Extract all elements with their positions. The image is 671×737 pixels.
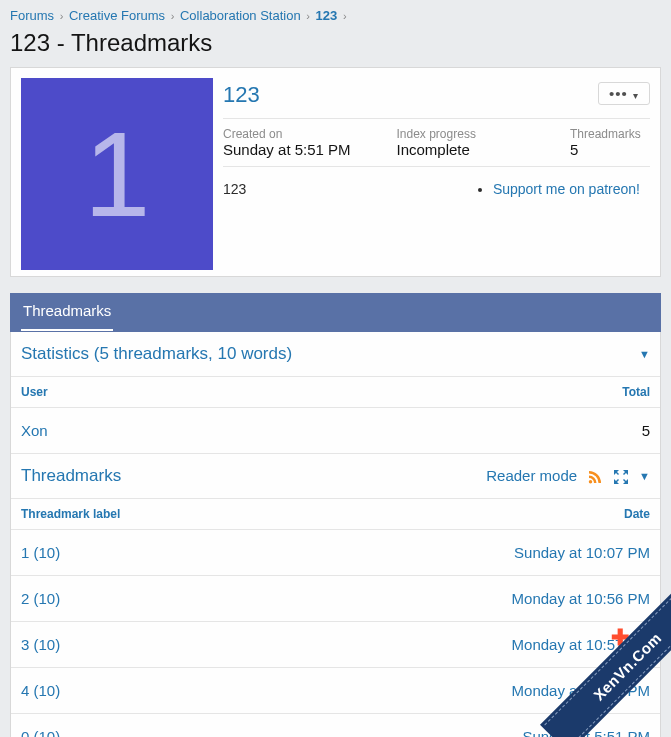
rss-icon[interactable]	[587, 467, 603, 484]
threadmark-date[interactable]: Sunday at 10:07 PM	[514, 544, 650, 561]
thread-title-link[interactable]: 123	[223, 82, 260, 108]
more-actions-button[interactable]: ••• ▾	[598, 82, 650, 105]
stats-user-link[interactable]: Xon	[21, 422, 48, 439]
crumb-collab[interactable]: Collaboration Station	[180, 8, 301, 23]
chevron-right-icon: ›	[306, 10, 310, 22]
created-value: Sunday at 5:51 PM	[223, 141, 397, 158]
reader-mode-link[interactable]: Reader mode	[486, 467, 577, 484]
progress-value: Incomplete	[397, 141, 571, 158]
breadcrumb: Forums › Creative Forums › Collaboration…	[0, 0, 671, 27]
tm-columns: Threadmark label Date	[11, 499, 660, 530]
tab-threadmarks[interactable]: Threadmarks	[21, 294, 113, 331]
threadmark-row: 0 (10) Sunday at 5:51 PM	[11, 714, 660, 737]
support-links: Support me on patreon!	[473, 181, 640, 197]
threadmark-row: 2 (10) Monday at 10:56 PM	[11, 576, 660, 622]
threadmark-row: 3 (10) Monday at 10:57 PM	[11, 622, 660, 668]
crumb-thread[interactable]: 123	[316, 8, 338, 23]
col-user: User	[21, 385, 48, 399]
progress-label: Index progress	[397, 127, 571, 141]
chevron-right-icon: ›	[343, 10, 347, 22]
tabs-bar: Threadmarks	[10, 293, 661, 332]
threadmarks-panel: Statistics (5 threadmarks, 10 words) ▼ U…	[10, 332, 661, 737]
stats-total-value: 5	[642, 422, 650, 439]
statistics-label: Statistics (5 threadmarks, 10 words)	[21, 344, 292, 364]
more-label: •••	[609, 85, 628, 102]
chevron-right-icon: ›	[171, 10, 175, 22]
stats-columns: User Total	[11, 377, 660, 408]
page-title: 123 - Threadmarks	[0, 27, 671, 67]
stats-row: Xon 5	[11, 408, 660, 454]
expand-icon[interactable]	[613, 467, 629, 484]
threadmark-row: 1 (10) Sunday at 10:07 PM	[11, 530, 660, 576]
threadmark-date[interactable]: Sunday at 5:51 PM	[522, 728, 650, 737]
chevron-down-icon: ▾	[633, 90, 639, 101]
col-tm-label: Threadmark label	[21, 507, 120, 521]
statistics-toggle[interactable]: Statistics (5 threadmarks, 10 words) ▼	[11, 332, 660, 377]
threadmark-link[interactable]: 1 (10)	[21, 544, 60, 561]
threadmarks-section-header: Threadmarks Reader mode ▼	[11, 454, 660, 499]
chevron-right-icon: ›	[60, 10, 64, 22]
crumb-forums[interactable]: Forums	[10, 8, 54, 23]
threadmark-date[interactable]: Monday at 10:56 PM	[512, 590, 650, 607]
col-total: Total	[622, 385, 650, 399]
crumb-creative[interactable]: Creative Forums	[69, 8, 165, 23]
col-tm-date: Date	[624, 507, 650, 521]
threadmark-date[interactable]: Monday at 10:57 PM	[512, 682, 650, 699]
thread-card: 1 123 ••• ▾ Created on Sunday at 5:51 PM…	[10, 67, 661, 277]
threadmark-link[interactable]: 3 (10)	[21, 636, 60, 653]
patreon-link[interactable]: Support me on patreon!	[493, 181, 640, 197]
created-label: Created on	[223, 127, 397, 141]
threadmark-link[interactable]: 0 (10)	[21, 728, 60, 737]
tm-count-value: 5	[570, 141, 650, 158]
threadmark-link[interactable]: 4 (10)	[21, 682, 60, 699]
threadmarks-title: Threadmarks	[21, 466, 121, 486]
threadmark-row: 4 (10) Monday at 10:57 PM	[11, 668, 660, 714]
threadmark-date[interactable]: Monday at 10:57 PM	[512, 636, 650, 653]
tm-count-label: Threadmarks	[570, 127, 650, 141]
thread-description: 123	[223, 181, 246, 197]
chevron-down-icon: ▼	[639, 348, 650, 360]
chevron-down-icon[interactable]: ▼	[639, 470, 650, 482]
threadmark-link[interactable]: 2 (10)	[21, 590, 60, 607]
thread-avatar[interactable]: 1	[21, 78, 213, 270]
